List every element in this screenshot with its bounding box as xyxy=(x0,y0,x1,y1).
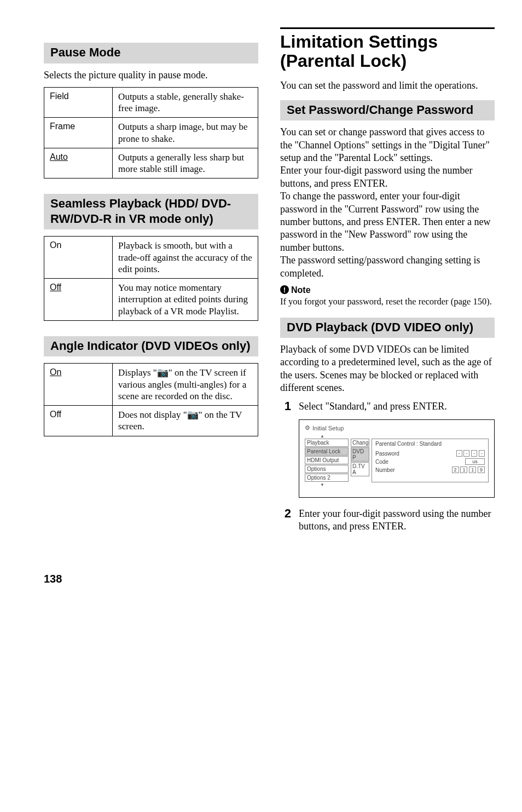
list-item: HDMI Output xyxy=(305,456,349,464)
cell-key: On xyxy=(50,367,61,377)
table-row: Auto Outputs a generally less sharp but … xyxy=(44,148,258,178)
list-item: Parental Lock xyxy=(305,447,349,456)
value-box: 9 xyxy=(478,467,485,473)
scroll-down-icon xyxy=(305,482,489,487)
value-box: us xyxy=(465,458,485,465)
cell-key: Frame xyxy=(50,122,75,131)
list-item: Chang xyxy=(351,439,369,447)
screenshot-title: ⚙ Initial Setup xyxy=(305,424,489,431)
value-box: - xyxy=(471,450,477,457)
pause-mode-intro: Selects the picture quality in pause mod… xyxy=(44,69,258,82)
section-rule xyxy=(280,27,495,29)
step-number: 1 xyxy=(280,400,291,412)
right-column: Limitation Settings (Parental Lock) You … xyxy=(280,27,495,540)
cell-val: Outputs a stable, generally shake-free i… xyxy=(118,91,244,113)
screenshot-left-list: Playback Parental Lock HDMI Output Optio… xyxy=(305,439,349,482)
row-label: Password xyxy=(375,451,399,457)
screenshot-mid-list: Chang DVD P D.TV A xyxy=(351,439,369,482)
step-number: 2 xyxy=(280,508,291,520)
cell-val: Outputs a sharp image, but may be prone … xyxy=(118,122,248,143)
cell-key: Auto xyxy=(50,152,68,162)
settings-screenshot: ⚙ Initial Setup Playback Parental Lock H… xyxy=(299,419,495,498)
note-heading: !Note xyxy=(280,285,495,295)
initial-setup-icon: ⚙ xyxy=(305,424,310,431)
step-text: Select "Standard," and press ENTER. xyxy=(299,400,495,413)
set-password-body: You can set or change password that give… xyxy=(280,126,495,280)
cell-key: Field xyxy=(50,91,69,101)
left-column: Pause Mode Selects the picture quality i… xyxy=(44,27,258,540)
value-box: - xyxy=(463,450,469,457)
dvd-playback-intro: Playback of some DVD VIDEOs can be limit… xyxy=(280,343,495,395)
row-label: Code xyxy=(375,459,388,465)
table-row: Off You may notice momentary interruptio… xyxy=(44,279,258,321)
pause-mode-table: Field Outputs a stable, generally shake-… xyxy=(44,87,258,179)
seamless-table: On Playback is smooth, but with a trade-… xyxy=(44,236,258,321)
cell-val: Outputs a generally less sharp but more … xyxy=(118,152,244,174)
cell-val-before: Does not display " xyxy=(118,410,187,420)
angle-table: On Displays "📷" on the TV screen if vari… xyxy=(44,363,258,436)
list-item: DVD P xyxy=(351,447,369,462)
angle-icon: 📷 xyxy=(157,367,169,378)
list-item: Options xyxy=(305,465,349,473)
cell-val: Playback is smooth, but with a trade-off… xyxy=(118,240,252,274)
step-item: 1 Select "Standard," and press ENTER. xyxy=(280,400,495,413)
list-item: Options 2 xyxy=(305,474,349,482)
value-box: 2 xyxy=(452,467,459,473)
note-label: Note xyxy=(291,285,311,295)
panel-row: Code us xyxy=(375,458,485,465)
list-item: Playback xyxy=(305,439,349,447)
table-row: On Playback is smooth, but with a trade-… xyxy=(44,237,258,279)
angle-icon: 📷 xyxy=(187,410,199,420)
pause-mode-heading: Pause Mode xyxy=(44,43,258,64)
screenshot-title-text: Initial Setup xyxy=(312,425,344,431)
dvd-playback-heading: DVD Playback (DVD VIDEO only) xyxy=(280,318,495,338)
table-row: On Displays "📷" on the TV screen if vari… xyxy=(44,364,258,406)
angle-heading: Angle Indicator (DVD VIDEOs only) xyxy=(44,336,258,357)
panel-row: Password - - - - xyxy=(375,450,485,457)
value-box: - xyxy=(479,450,485,457)
page-number: 138 xyxy=(0,573,522,602)
cell-key: Off xyxy=(50,283,61,292)
page-title: Limitation Settings (Parental Lock) xyxy=(280,32,495,71)
list-item: D.TV A xyxy=(351,462,369,476)
steps-list: 2 Enter your four-digit password using t… xyxy=(280,508,495,533)
cell-key: Off xyxy=(50,410,61,419)
screenshot-right-panel: Parental Control : Standard Password - -… xyxy=(372,439,489,482)
row-label: Number xyxy=(375,467,395,473)
value-box: 1 xyxy=(460,467,467,473)
value-box: - xyxy=(456,450,462,457)
cell-val-before: Displays " xyxy=(118,367,157,378)
step-text: Enter your four-digit password using the… xyxy=(299,508,495,533)
title-intro: You can set the password and limit the o… xyxy=(280,79,495,92)
table-row: Frame Outputs a sharp image, but may be … xyxy=(44,118,258,148)
set-password-heading: Set Password/Change Password xyxy=(280,100,495,121)
cell-key: On xyxy=(50,240,61,250)
value-box: 1 xyxy=(469,467,476,473)
scroll-up-icon xyxy=(305,434,489,439)
step-item: 2 Enter your four-digit password using t… xyxy=(280,508,495,533)
seamless-heading: Seamless Playback (HDD/ DVD-RW/DVD-R in … xyxy=(44,194,258,229)
panel-header: Parental Control : Standard xyxy=(375,441,485,447)
panel-row: Number 2 1 1 9 xyxy=(375,467,485,473)
note-icon: ! xyxy=(280,285,289,294)
table-row: Field Outputs a stable, generally shake-… xyxy=(44,87,258,118)
cell-val: You may notice momentary interruption at… xyxy=(118,283,248,316)
steps-list: 1 Select "Standard," and press ENTER. xyxy=(280,400,495,413)
table-row: Off Does not display "📷" on the TV scree… xyxy=(44,406,258,436)
note-body: If you forgot your password, reset the r… xyxy=(280,296,495,308)
